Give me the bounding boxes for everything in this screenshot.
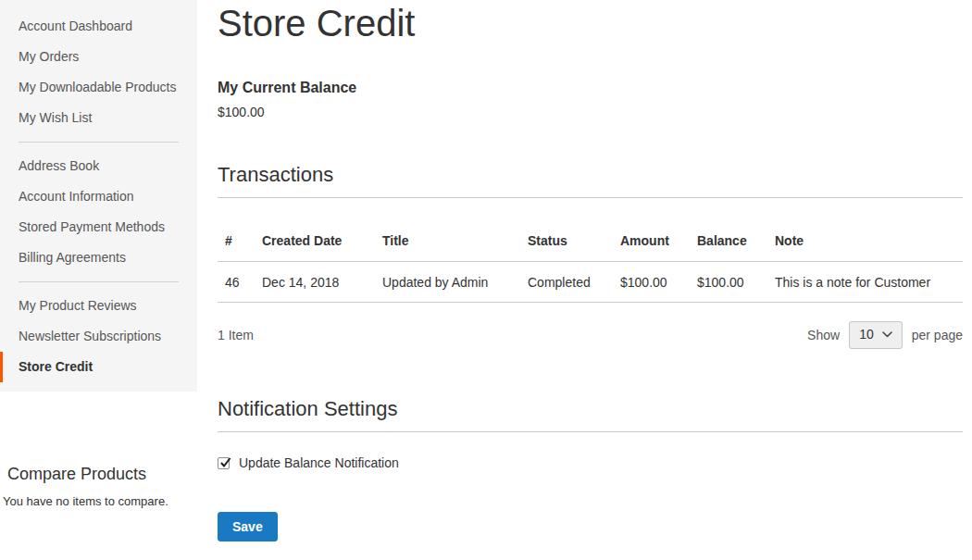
nav-group-other: My Product Reviews Newsletter Subscripti…	[0, 291, 197, 382]
per-page-select[interactable]: 10	[849, 321, 903, 349]
compare-products-title: Compare Products	[0, 464, 197, 484]
sidebar-item-my-downloadable-products[interactable]: My Downloadable Products	[0, 72, 197, 103]
cell-transaction-id: 46	[218, 262, 255, 303]
nav-group-account: Address Book Account Information Stored …	[0, 151, 197, 273]
cell-created-date: Dec 14, 2018	[255, 262, 375, 303]
account-nav: Account Dashboard My Orders My Downloada…	[0, 0, 197, 392]
column-header-balance: Balance	[690, 220, 767, 262]
column-header-id: #	[218, 220, 255, 262]
sidebar-item-my-wish-list[interactable]: My Wish List	[0, 103, 197, 133]
cell-status: Completed	[520, 262, 613, 303]
update-balance-checkbox[interactable]	[218, 457, 230, 469]
account-sidebar: Account Dashboard My Orders My Downloada…	[0, 0, 197, 541]
balance-title: My Current Balance	[218, 81, 963, 95]
per-page-label: per page	[912, 328, 963, 342]
cell-amount: $100.00	[613, 262, 690, 303]
column-header-status: Status	[520, 220, 613, 262]
show-label: Show	[807, 328, 840, 342]
checkbox-label: Update Balance Notification	[239, 455, 399, 470]
column-header-amount: Amount	[613, 220, 690, 262]
sidebar-item-newsletter-subscriptions[interactable]: Newsletter Subscriptions	[0, 321, 197, 352]
sidebar-item-my-orders[interactable]: My Orders	[0, 42, 197, 72]
store-credit-page: Account Dashboard My Orders My Downloada…	[0, 0, 972, 541]
transactions-section: Transactions # Created Date Title Status…	[218, 163, 963, 349]
chevron-down-icon	[882, 331, 892, 338]
per-page-limiter: Show 10 per page	[807, 321, 963, 349]
column-header-created-date: Created Date	[255, 220, 375, 262]
per-page-value: 10	[859, 327, 874, 342]
sidebar-item-store-credit[interactable]: Store Credit	[0, 352, 197, 382]
notification-settings-section: Notification Settings Update Balance Not…	[218, 397, 963, 470]
cell-title: Updated by Admin	[375, 262, 520, 303]
update-balance-notification-row[interactable]: Update Balance Notification	[218, 455, 963, 470]
current-balance-section: My Current Balance $100.00	[218, 81, 963, 119]
compare-empty-text: You have no items to compare.	[0, 494, 197, 508]
cell-note: This is a note for Customer	[767, 262, 963, 303]
items-count: 1 Item	[218, 328, 254, 342]
table-toolbar: 1 Item Show 10 per page	[218, 321, 963, 349]
sidebar-item-my-product-reviews[interactable]: My Product Reviews	[0, 291, 197, 321]
sidebar-item-address-book[interactable]: Address Book	[0, 151, 197, 181]
sidebar-item-account-information[interactable]: Account Information	[0, 181, 197, 212]
balance-value: $100.00	[218, 105, 963, 119]
compare-products-block: Compare Products You have no items to co…	[0, 464, 197, 508]
sidebar-item-account-dashboard[interactable]: Account Dashboard	[0, 11, 197, 42]
page-title: Store Credit	[218, 3, 963, 44]
sidebar-item-stored-payment-methods[interactable]: Stored Payment Methods	[0, 212, 197, 243]
transactions-table: # Created Date Title Status Amount Balan…	[218, 220, 963, 303]
transaction-row: 46 Dec 14, 2018 Updated by Admin Complet…	[218, 262, 963, 303]
save-button[interactable]: Save	[218, 512, 278, 541]
column-header-note: Note	[767, 220, 963, 262]
main-content: Store Credit My Current Balance $100.00 …	[218, 0, 963, 541]
notification-settings-title: Notification Settings	[218, 397, 963, 432]
sidebar-item-billing-agreements[interactable]: Billing Agreements	[0, 243, 197, 273]
nav-group-dashboard: Account Dashboard My Orders My Downloada…	[0, 11, 197, 133]
transactions-title: Transactions	[218, 163, 963, 198]
cell-balance: $100.00	[690, 262, 767, 303]
column-header-title: Title	[375, 220, 520, 262]
sidebar-divider	[19, 142, 179, 143]
table-header-row: # Created Date Title Status Amount Balan…	[218, 220, 963, 262]
sidebar-divider	[19, 281, 179, 282]
